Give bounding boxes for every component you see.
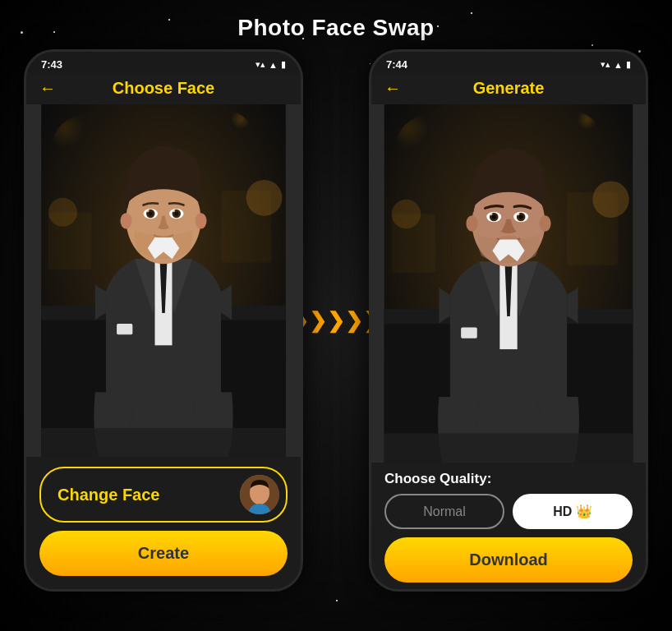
right-header-title: Generate (473, 79, 545, 98)
svg-point-45 (466, 215, 477, 232)
svg-point-31 (395, 115, 461, 181)
arrow-section: ❯ ❯ ❯ ❯ ❯ (303, 310, 369, 331)
quality-hd-button[interactable]: HD 👑 (513, 494, 633, 529)
right-back-button[interactable]: ← (384, 79, 401, 98)
wifi-icon: ▲ (269, 60, 278, 70)
left-status-time: 7:43 (41, 58, 62, 71)
change-face-button[interactable]: Change Face (39, 467, 288, 523)
quality-label: Choose Quality: (384, 471, 633, 487)
svg-point-17 (196, 213, 207, 228)
right-status-time: 7:44 (386, 58, 407, 71)
left-header-title: Choose Face (113, 79, 214, 98)
right-man-photo (371, 104, 646, 463)
chevron-4: ❯ (345, 310, 363, 331)
svg-point-55 (517, 213, 520, 216)
left-photo-area (26, 104, 301, 457)
left-phone-bottom: Change Face Create (26, 457, 301, 589)
left-status-bar: 7:43 ▾▴ ▲ ▮ (26, 52, 301, 74)
svg-point-25 (173, 210, 176, 213)
left-man-photo (26, 104, 301, 457)
right-status-bar: 7:44 ▾▴ ▲ ▮ (371, 52, 646, 74)
quality-normal-button[interactable]: Normal (384, 494, 504, 529)
svg-point-49 (492, 214, 496, 219)
svg-point-46 (539, 215, 550, 232)
quality-options: Normal HD 👑 (384, 494, 633, 529)
svg-point-52 (518, 214, 522, 219)
svg-rect-5 (48, 212, 92, 269)
right-status-icons: ▾▴ ▲ ▮ (601, 59, 631, 70)
left-status-icons: ▾▴ ▲ ▮ (255, 59, 286, 70)
svg-rect-26 (41, 428, 286, 457)
svg-point-32 (549, 112, 600, 163)
right-photo-area (371, 104, 646, 463)
chevrons: ❯ ❯ ❯ ❯ ❯ (291, 310, 381, 331)
face-thumbnail (240, 475, 279, 514)
svg-point-1 (52, 115, 117, 180)
svg-rect-56 (384, 433, 633, 463)
right-wifi-icon: ▲ (614, 60, 623, 70)
quality-section: Choose Quality: Normal HD 👑 Download (371, 463, 646, 589)
svg-rect-10 (117, 324, 132, 334)
svg-rect-36 (567, 192, 618, 265)
right-signal-icon: ▾▴ (601, 59, 610, 70)
right-app-header: ← Generate (371, 74, 646, 104)
download-button[interactable]: Download (384, 537, 633, 583)
svg-point-54 (490, 213, 493, 216)
svg-point-16 (120, 213, 131, 228)
svg-rect-40 (461, 327, 477, 338)
left-phone: 7:43 ▾▴ ▲ ▮ ← Choose Face (24, 49, 303, 592)
phones-container: 7:43 ▾▴ ▲ ▮ ← Choose Face (24, 49, 648, 592)
battery-icon: ▮ (281, 59, 286, 70)
chevron-3: ❯ (327, 310, 345, 331)
svg-point-24 (146, 210, 150, 213)
create-button[interactable]: Create (39, 531, 288, 576)
chevron-2: ❯ (309, 310, 327, 331)
signal-icon: ▾▴ (255, 59, 265, 70)
svg-point-20 (149, 211, 153, 215)
svg-rect-35 (392, 214, 435, 272)
svg-point-23 (174, 211, 178, 215)
page-title: Photo Face Swap (237, 15, 434, 41)
svg-point-2 (203, 112, 253, 162)
left-back-button[interactable]: ← (39, 79, 56, 98)
left-app-header: ← Choose Face (26, 74, 301, 104)
change-face-label: Change Face (58, 486, 159, 504)
svg-rect-6 (221, 191, 271, 263)
right-phone: 7:44 ▾▴ ▲ ▮ ← Generate (369, 49, 648, 592)
right-battery-icon: ▮ (626, 59, 631, 70)
